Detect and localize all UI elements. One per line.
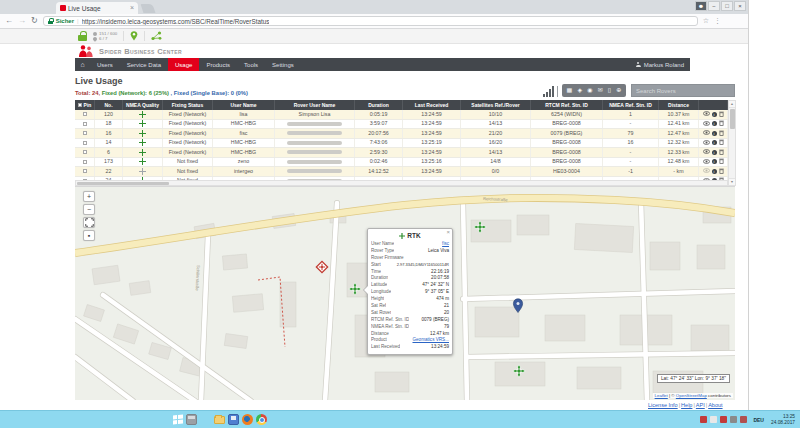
chat-icon[interactable]: ✉ [598,87,603,94]
search-input[interactable] [631,84,735,97]
nav-item-usage[interactable]: Usage [168,58,199,71]
tray-icon-2[interactable] [710,416,717,423]
osm-link[interactable]: OpenStreetMap [676,393,707,398]
table-row[interactable]: 173Not fixedzeno0:02:4613:25:1614/8BREG-… [75,158,728,168]
tray-icon-4[interactable] [730,416,737,423]
profile-icon[interactable]: ☻ [695,1,707,11]
view-on-map-icon[interactable] [703,168,710,175]
popup-close-icon[interactable]: × [446,229,450,236]
table-row[interactable]: 18Fixed (Network)HMC-HBG3:59:0713:24:591… [75,120,728,130]
taskbar-icon-firefox[interactable] [242,414,253,425]
minimize-button[interactable]: − [708,1,720,11]
forward-icon[interactable]: → [18,17,26,25]
row-checkbox[interactable] [83,141,87,145]
delete-icon[interactable] [719,168,724,176]
trash-icon[interactable]: ▯ [608,87,611,94]
nav-item-service-data[interactable]: Service Data [120,58,168,71]
footer-link-license-info[interactable]: License Info [648,402,678,408]
delete-icon[interactable] [719,130,724,138]
taskbar-icon-chrome[interactable] [256,414,267,425]
nav-item-users[interactable]: Users [90,58,120,71]
row-checkbox[interactable] [83,150,87,154]
red-rover-marker[interactable] [316,261,327,272]
row-checkbox[interactable] [83,112,87,116]
home-icon[interactable]: ⌂ [75,58,90,71]
nav-item-settings[interactable]: Settings [265,58,301,71]
table-vertical-scrollbar[interactable]: ▲ ▼ [728,100,736,186]
info-icon[interactable]: i [712,169,717,174]
tab-close-icon[interactable]: × [130,5,134,11]
home-extent-button[interactable]: ▪ [83,230,95,241]
start-button[interactable] [172,413,183,425]
delete-icon[interactable] [719,149,724,157]
tray-icon-5[interactable] [740,416,747,423]
view-on-map-icon[interactable] [703,130,710,137]
leaflet-link[interactable]: Leaflet [655,393,668,398]
target-icon[interactable]: ◈ [577,87,582,94]
row-checkbox[interactable] [83,131,87,135]
nav-item-products[interactable]: Products [199,58,237,71]
footer-link-about[interactable]: About [708,402,722,408]
info-icon[interactable]: i [712,150,717,155]
url-field[interactable]: Sicher | https://insidemo.leica-geosyste… [43,16,698,26]
row-checkbox[interactable] [83,160,87,164]
popup-value-link[interactable]: Geomatics VRS... [412,337,449,342]
info-icon[interactable]: i [712,131,717,136]
scroll-up-icon[interactable]: ▲ [729,101,735,108]
info-icon[interactable]: i [712,159,717,164]
delete-icon[interactable] [719,111,724,119]
zoom-out-button[interactable]: − [83,204,95,215]
taskbar-icon-folder[interactable] [214,416,225,424]
taskbar-icon-internet-explorer[interactable] [200,414,211,425]
table-row[interactable]: 6Fixed (Network)HMC-HBG2:59:3013:24:5914… [75,148,728,158]
reload-icon[interactable]: ↻ [31,17,38,25]
license-lock-icon[interactable] [78,31,87,41]
table-row[interactable]: 14Fixed (Network)HMC-HBG7:43:0613:25:191… [75,139,728,149]
nav-item-tools[interactable]: Tools [237,58,265,71]
browser-menu-icon[interactable]: ⋮ [714,17,721,25]
hscroll-thumb[interactable] [77,182,169,185]
select-all-checkbox[interactable] [78,103,82,107]
footer-link-api[interactable]: API [696,402,705,408]
tray-icon-3[interactable] [720,416,727,423]
map-canvas[interactable]: ReichsstraßeSchillerstraße + − ▪ × RTK [75,186,735,400]
row-checkbox[interactable] [83,122,87,126]
signal-strength-icon[interactable] [543,86,559,97]
view-on-map-icon[interactable] [703,121,710,128]
row-checkbox[interactable] [83,169,87,173]
language-indicator[interactable]: DEU [753,417,764,423]
back-icon[interactable]: ← [5,17,13,25]
zoom-in-button[interactable]: + [83,191,95,202]
pin-icon[interactable]: ◉ [587,87,592,94]
view-on-map-icon[interactable] [703,149,710,156]
maximize-button[interactable]: □ [721,1,733,11]
reference-pin-icon[interactable] [130,31,138,41]
delete-icon[interactable] [719,139,724,147]
fullscreen-button[interactable] [83,217,95,228]
footer-link-help[interactable]: Help [681,402,692,408]
close-button[interactable]: × [734,1,746,11]
info-icon[interactable]: i [712,121,717,126]
table-row[interactable]: 22Not fixedintergeo14:12:5213:24:590/0HE… [75,167,728,177]
vscroll-thumb[interactable] [730,109,735,129]
info-icon[interactable]: i [712,112,717,117]
taskbar-icon-app-window[interactable] [186,414,197,425]
grid-icon[interactable]: ▦ [567,87,573,94]
user-menu[interactable]: Markus Roland [636,58,690,71]
globe-icon[interactable]: ⊕ [616,87,621,94]
view-on-map-icon[interactable] [703,159,710,166]
new-tab-button[interactable] [141,4,156,13]
browser-tab[interactable]: Live Usage × [56,2,138,14]
popup-value-link[interactable]: fisc [442,241,449,246]
delete-icon[interactable] [719,158,724,166]
view-on-map-icon[interactable] [703,140,710,147]
delete-icon[interactable] [719,120,724,128]
taskbar-clock[interactable]: 13:25 24.08.2017 [771,414,795,425]
tray-icon-1[interactable] [700,416,707,423]
info-icon[interactable]: i [712,140,717,145]
scroll-down-icon[interactable]: ▼ [729,178,735,185]
network-nodes-icon[interactable] [151,31,162,41]
bookmark-star-icon[interactable]: ☆ [703,17,709,25]
taskbar-icon-save[interactable] [228,414,239,425]
table-row[interactable]: 120Fixed (Network)lisaSimpson Lisa0:05:1… [75,110,728,120]
